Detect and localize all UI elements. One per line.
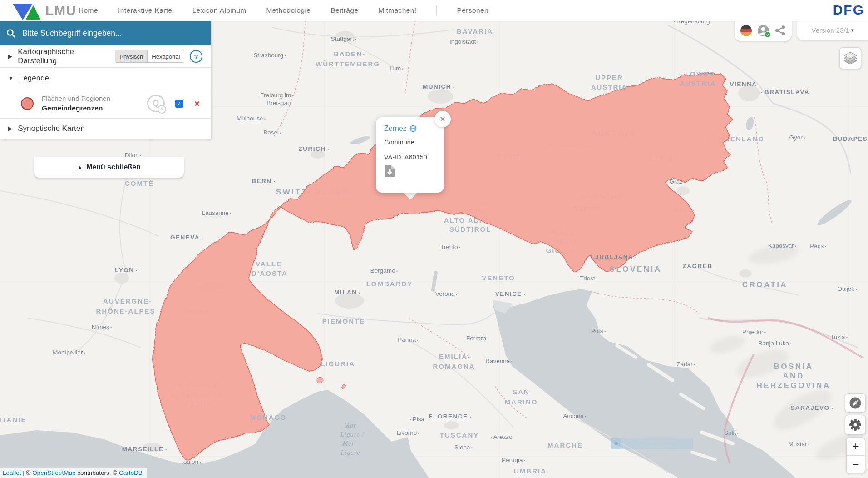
version-selector[interactable]: Version 23/1 ▾ bbox=[797, 20, 868, 40]
verbaalpina-logo[interactable]: LMU bbox=[12, 2, 80, 20]
map-label: Ligure bbox=[340, 449, 360, 456]
map-label: Pula ▪ bbox=[591, 328, 606, 334]
carto-link[interactable]: CartoDB bbox=[119, 469, 143, 476]
zoom-out-button[interactable]: − bbox=[847, 456, 865, 473]
section-kartographische-darstellung[interactable]: ▶ Kartographische Darstellung Physisch H… bbox=[0, 45, 211, 68]
map-label: ▪ Pisa bbox=[410, 416, 424, 423]
map-label: Siena ▪ bbox=[454, 444, 473, 451]
section-title: Synoptische Karten bbox=[18, 124, 84, 133]
map-label: TUSCANY bbox=[440, 431, 479, 439]
nav-item-mitmachen[interactable]: Mitmachen! bbox=[378, 6, 416, 15]
q-badge-icon: × bbox=[158, 105, 166, 114]
search-icon bbox=[6, 29, 16, 38]
share-icon[interactable] bbox=[775, 25, 786, 35]
nav-divider bbox=[436, 5, 437, 15]
nav-items: Home Interaktive Karte Lexicon Alpinum M… bbox=[79, 0, 488, 21]
verbaalpina-app: SWITZERLANDAUSTRIASALZBURGTYROLSTYRIACAR… bbox=[0, 0, 868, 478]
map-label: CITANIE bbox=[0, 416, 26, 423]
map-label: AND bbox=[783, 372, 804, 380]
map-label: Lausanne ▪ bbox=[202, 209, 232, 216]
popup-va-id: VA-ID: A60150 bbox=[384, 154, 436, 161]
map-label: Banja Luka ▪ bbox=[758, 340, 791, 347]
layer-visibility-checkbox[interactable]: ✓ bbox=[175, 100, 183, 108]
map-label: MONACO bbox=[250, 413, 286, 421]
rect-clip-ghost-button[interactable]: Rechteckiges Ausschneiden bbox=[611, 438, 693, 449]
map-label: PIEMONTE bbox=[322, 317, 365, 325]
help-icon[interactable]: ? bbox=[190, 50, 202, 63]
map-label: Parma ▪ bbox=[398, 336, 418, 343]
map-label: SÜDTIROL bbox=[449, 225, 492, 233]
map-label: Breisgau bbox=[266, 100, 291, 106]
nav-item-personen[interactable]: Personen bbox=[457, 6, 488, 15]
remove-layer-button[interactable]: × bbox=[194, 98, 200, 109]
menu-close-button[interactable]: ▲ Menü schließen bbox=[34, 157, 184, 178]
popup-close-button[interactable]: × bbox=[434, 111, 451, 127]
toggle-hexagonal[interactable]: Hexagonal bbox=[148, 50, 184, 62]
map-label: UPPER bbox=[595, 74, 623, 81]
lmu-wordmark: LMU bbox=[45, 3, 76, 18]
osm-link[interactable]: OpenStreetMap bbox=[32, 469, 75, 476]
map-label: Osijek ▪ bbox=[837, 285, 857, 292]
zoom-to-layer-icon[interactable]: Q × bbox=[147, 95, 165, 113]
map-label: Ligure / bbox=[340, 431, 364, 438]
download-button[interactable] bbox=[384, 164, 436, 179]
language-flag-icon[interactable] bbox=[740, 25, 752, 36]
search-bar bbox=[0, 21, 211, 45]
rect-clip-icon bbox=[611, 438, 621, 449]
settings-button[interactable] bbox=[845, 415, 866, 435]
caret-down-icon: ▾ bbox=[851, 27, 854, 33]
nav-item-interaktive-karte[interactable]: Interaktive Karte bbox=[118, 6, 173, 15]
map-label: Basel ▪ bbox=[263, 129, 281, 136]
va-triangles-icon bbox=[12, 2, 44, 21]
nav-item-lexicon-alpinum[interactable]: Lexicon Alpinum bbox=[192, 6, 247, 15]
popup-title-link[interactable]: Zernez bbox=[384, 124, 407, 133]
map-label: MARINO bbox=[505, 398, 538, 406]
layers-button[interactable] bbox=[839, 47, 861, 69]
nav-item-methodologie[interactable]: Methodologie bbox=[266, 6, 311, 15]
attribution-sep: | © bbox=[21, 469, 33, 476]
map-label: Split ▪ bbox=[724, 429, 739, 436]
map-label: MUNICH ▪ bbox=[423, 83, 454, 90]
map-label: Mar bbox=[344, 422, 356, 429]
layers-icon bbox=[843, 51, 858, 65]
map-label: Kaposvár ▪ bbox=[768, 242, 797, 249]
dfg-logo: DFG bbox=[833, 2, 864, 18]
collapse-up-icon: ▲ bbox=[77, 164, 83, 170]
map-label: Zadar ▪ bbox=[677, 361, 695, 368]
zoom-control: + − bbox=[846, 437, 865, 473]
nav-item-beitraege[interactable]: Beiträge bbox=[330, 6, 358, 15]
map-label: Perugia ▪ bbox=[502, 457, 525, 463]
toggle-physisch[interactable]: Physisch bbox=[115, 50, 148, 62]
download-icon bbox=[384, 164, 395, 178]
map-label: Mer bbox=[342, 440, 355, 447]
map-label: MARCHE bbox=[547, 441, 583, 449]
map-label: LIGURIA bbox=[321, 360, 355, 368]
globe-icon[interactable] bbox=[409, 125, 417, 132]
section-synoptische-karten[interactable]: ▶ Synoptische Karten bbox=[0, 119, 211, 139]
search-input[interactable] bbox=[21, 28, 204, 39]
map-label: Stuttgart ▪ bbox=[331, 35, 357, 42]
map-label: SARAJEVO ▪ bbox=[790, 404, 833, 411]
rect-clip-label: Rechteckiges Ausschneiden bbox=[621, 436, 693, 451]
map-label: Gyor ▪ bbox=[789, 134, 805, 141]
map-label: Ancona ▪ bbox=[563, 413, 587, 419]
map-label: Toulon ▪ bbox=[180, 458, 201, 465]
section-legende[interactable]: ▼ Legende bbox=[0, 68, 211, 89]
map-label: WÜRTTEMBERG bbox=[316, 60, 380, 68]
locate-button[interactable] bbox=[845, 393, 866, 413]
map-label: Pécs ▪ bbox=[810, 243, 826, 249]
expand-triangle-icon: ▼ bbox=[8, 75, 14, 81]
map-label: Nîmes ▪ bbox=[92, 324, 112, 330]
map-label: BAVARIA bbox=[457, 27, 493, 35]
nav-item-home[interactable]: Home bbox=[79, 6, 98, 15]
zoom-in-button[interactable]: + bbox=[847, 438, 865, 456]
collapse-triangle-icon: ▶ bbox=[8, 125, 12, 132]
menu-close-label: Menü schließen bbox=[86, 163, 141, 171]
map-label: Strasbourg ▪ bbox=[253, 52, 286, 59]
map-label: Livorno ▪ bbox=[397, 429, 419, 436]
user-account-icon[interactable] bbox=[757, 25, 769, 37]
map-label: LOMBARDY bbox=[366, 280, 413, 288]
leaflet-link[interactable]: Leaflet bbox=[3, 469, 21, 476]
legend-layer-name[interactable]: Gemeindegrenzen bbox=[42, 104, 110, 113]
gear-icon bbox=[849, 418, 862, 431]
